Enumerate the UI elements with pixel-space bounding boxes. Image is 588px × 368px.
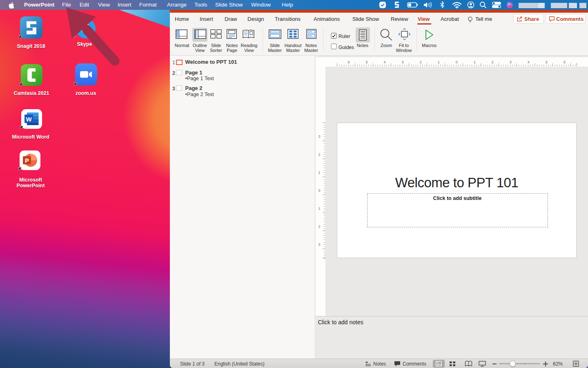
svg-text:W: W [26,116,32,123]
svg-text:P: P [25,157,29,164]
